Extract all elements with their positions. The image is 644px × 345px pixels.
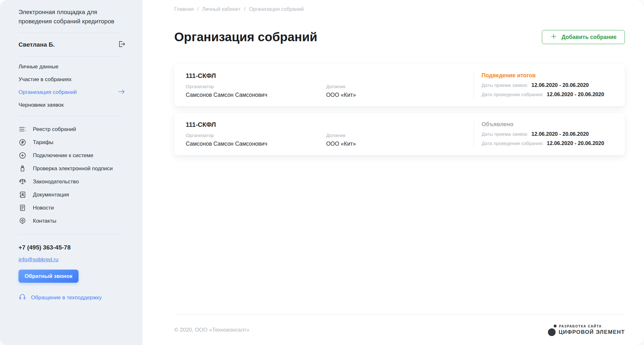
applications-dates-value: 12.06.2020 - 20.06.2020 [531,82,589,88]
sidebar-item-tariffs[interactable]: ₽ Тарифы [0,136,142,149]
breadcrumb-current: Организация собраний [249,6,304,12]
email-link[interactable]: info@sobkred.ru [19,257,58,263]
arrow-right-icon [117,88,126,97]
applications-dates-label: Даты приема заявок: [482,82,528,88]
sidebar-item-legislation[interactable]: Законодательство [0,175,142,188]
meeting-card-status-panel: Подведение итогов Даты приема заявок: 12… [474,72,625,98]
phone-number: +7 (495) 363-45-78 [0,244,142,251]
meeting-title: 111-СКФЛ [186,72,474,80]
applications-dates-label: Даты приема заявок: [482,131,528,137]
ruble-circle-icon: ₽ [18,138,26,147]
copyright-text: © 2020, ООО «Техноконсалт» [174,327,250,333]
organizer-label: Организатор [186,133,326,138]
plus-circle-icon [18,151,26,160]
sidebar-item-label: Черновики заявок [19,102,64,108]
status-badge: Объявлено [482,121,613,128]
meeting-dates-value: 12.06.2020 - 20.06.2020 [547,91,604,97]
sidebar-item-label: Организация собраний [19,89,77,96]
sidebar-item-documentation[interactable]: Документация [0,188,142,201]
organizer-value: Самсонов Самсон Самсонович [186,141,326,147]
sidebar-item-meeting-registry[interactable]: Реестр собраний [0,123,142,136]
logout-icon [117,40,126,49]
location-pin-icon [18,217,26,225]
developer-logo-caption: РАЗРАБОТКА САЙТА [559,324,602,328]
sidebar-item-participation[interactable]: Участие в собраниях [0,73,142,86]
meeting-card-status-panel: Объявлено Даты приема заявок: 12.06.2020… [474,121,625,147]
debtor-value: ООО «Кит» [326,141,356,147]
sidebar-item-signature-check[interactable]: Проверка электронной подписи [0,162,142,175]
callback-button[interactable]: Обратный звонок [19,270,79,283]
logout-button[interactable] [117,40,126,49]
plus-icon [550,33,557,42]
breadcrumb-account[interactable]: Личный кабинет [202,6,240,12]
document-icon [18,204,26,212]
sidebar-item-meeting-organization[interactable]: Организация собраний [0,86,142,99]
usb-signature-icon [18,165,26,173]
developer-logo-name: ЦИФРОВОЙ ЭЛЕМЕНТ [558,329,625,335]
headset-icon [19,293,26,302]
sidebar-item-label: Участие в собраниях [19,76,71,83]
organizer-label: Организатор [186,84,326,89]
add-meeting-button[interactable]: Добавить собрание [542,30,625,44]
meeting-title: 111-СКФЛ [186,121,474,128]
sidebar: Электронная площадка для проведения собр… [0,0,142,345]
sidebar-item-label: Подключение к системе [33,152,93,159]
add-meeting-button-label: Добавить собрание [562,34,617,41]
sidebar-item-news[interactable]: Новости [0,201,142,214]
breadcrumb-separator: / [244,6,245,12]
sidebar-item-label: Новости [33,205,54,211]
main-content: Главная / Личный кабинет / Организация с… [142,0,644,345]
breadcrumb-separator: / [197,6,198,12]
footer: © 2020, ООО «Техноконсалт» РАЗРАБОТКА СА… [174,315,625,345]
meeting-card[interactable]: 111-СКФЛ Организатор Самсонов Самсон Сам… [174,64,625,106]
sidebar-item-personal-data[interactable]: Личные данные [0,60,142,73]
user-row: Светлана Б. [0,33,142,56]
address-book-icon [18,191,26,199]
sidebar-item-contacts[interactable]: Контакты [0,214,142,227]
account-menu: Личные данные Участие в собраниях Органи… [0,57,142,116]
list-icon [18,125,26,134]
breadcrumb-home[interactable]: Главная [174,6,194,12]
app-window: Электронная площадка для проведения собр… [0,0,644,345]
sidebar-item-label: Контакты [33,218,56,224]
support-link[interactable]: Обращение в техподдержку [19,293,142,302]
debtor-label: Должник [326,133,356,138]
developer-logo-small-dot-icon [554,325,557,327]
meeting-dates-label: Дата проведения собрания: [482,92,543,97]
meeting-card-main: 111-СКФЛ Организатор Самсонов Самсон Сам… [174,72,474,98]
svg-text:₽: ₽ [21,141,24,144]
sidebar-item-label: Личные данные [19,64,58,70]
sidebar-item-label: Документация [33,192,69,198]
developer-logo-big-dot-icon [548,328,556,336]
meeting-card[interactable]: 111-СКФЛ Организатор Самсонов Самсон Сам… [174,113,625,155]
organizer-value: Самсонов Самсон Самсонович [186,92,326,98]
scales-icon [18,178,26,186]
sidebar-item-system-connection[interactable]: Подключение к системе [0,149,142,162]
developer-logo[interactable]: РАЗРАБОТКА САЙТА ЦИФРОВОЙ ЭЛЕМЕНТ [548,324,625,336]
sidebar-item-label: Тарифы [33,139,53,146]
sidebar-item-label: Проверка электронной подписи [33,165,113,172]
breadcrumb: Главная / Личный кабинет / Организация с… [174,6,304,12]
sidebar-contacts: +7 (495) 363-45-78 info@sobkred.ru Обрат… [0,235,142,302]
sidebar-item-label: Законодательство [33,179,79,185]
meeting-card-main: 111-СКФЛ Организатор Самсонов Самсон Сам… [174,121,474,147]
page-header: Организация собраний Добавить собрание [174,30,625,44]
debtor-label: Должник [326,84,356,89]
applications-dates-value: 12.06.2020 - 20.06.2020 [531,131,589,137]
page-title: Организация собраний [174,30,317,44]
site-menu: Реестр собраний ₽ Тарифы [0,116,142,234]
meeting-dates-label: Дата проведения собрания: [482,141,543,146]
meeting-list: 111-СКФЛ Организатор Самсонов Самсон Сам… [174,64,625,155]
status-badge: Подведение итогов [482,72,613,79]
sidebar-item-draft-applications[interactable]: Черновики заявок [0,99,142,111]
user-name: Светлана Б. [19,41,55,48]
site-logo-title: Электронная площадка для проведения собр… [0,0,142,26]
support-link-label: Обращение в техподдержку [31,295,102,301]
sidebar-item-label: Реестр собраний [33,126,76,133]
meeting-dates-value: 12.06.2020 - 20.06.2020 [547,140,604,146]
debtor-value: ООО «Кит» [326,92,356,98]
